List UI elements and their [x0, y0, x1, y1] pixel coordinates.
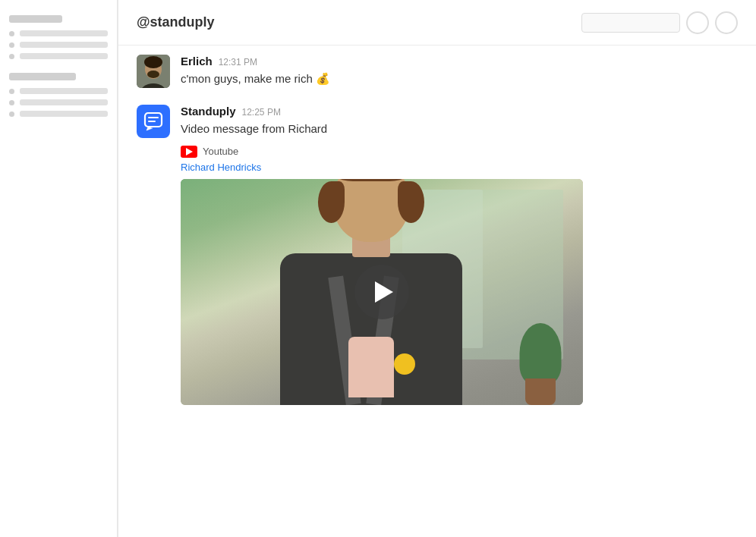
- message-header-erlich: Erlich 12:31 PM: [181, 55, 738, 68]
- plant-leaves: [519, 323, 561, 384]
- header-icon-1[interactable]: [686, 11, 709, 34]
- person-hair-side-right: [398, 181, 424, 223]
- person-shirt: [348, 337, 394, 397]
- sidebar-dot: [9, 111, 14, 117]
- sidebar-dot: [9, 31, 14, 36]
- list-item[interactable]: [9, 111, 108, 117]
- sidebar-section-title: [9, 15, 62, 23]
- message-sender: Erlich: [181, 55, 213, 68]
- message-text: c'mon guys, make me rich 💰: [181, 71, 738, 88]
- youtube-card: Youtube Richard Hendricks: [181, 146, 591, 405]
- avatar-erlich: [137, 55, 170, 88]
- sidebar-line: [20, 53, 108, 59]
- list-item[interactable]: [9, 42, 108, 48]
- channel-title: @standuply: [137, 14, 215, 30]
- youtube-thumbnail[interactable]: [181, 179, 583, 405]
- play-triangle-icon: [375, 281, 393, 303]
- avatar-standuply: [137, 105, 170, 138]
- sidebar-line: [20, 88, 108, 94]
- person-hair-side-left: [318, 181, 345, 223]
- youtube-play-icon: [186, 148, 193, 155]
- plant-pot: [525, 378, 556, 405]
- play-button[interactable]: [354, 265, 409, 319]
- sidebar-line: [20, 111, 108, 117]
- list-item[interactable]: [9, 53, 108, 59]
- avatar-image: [137, 55, 170, 88]
- chat-area: Erlich 12:31 PM c'mon guys, make me rich…: [118, 46, 756, 537]
- list-item[interactable]: [9, 99, 108, 105]
- sidebar-block-2: [9, 73, 108, 117]
- message-time: 12:31 PM: [219, 57, 257, 68]
- message-standuply: Standuply 12:25 PM Video message from Ri…: [137, 105, 738, 405]
- list-item[interactable]: [9, 30, 108, 36]
- message-header-standuply: Standuply 12:25 PM: [181, 105, 738, 118]
- sidebar-dot: [9, 54, 14, 59]
- header-icon-2[interactable]: [715, 11, 738, 34]
- svg-point-3: [144, 56, 162, 68]
- sidebar-dot: [9, 100, 14, 105]
- youtube-platform-label: Youtube: [203, 146, 238, 157]
- person-badge: [394, 353, 415, 375]
- header-controls: [581, 11, 738, 34]
- svg-point-4: [147, 71, 159, 78]
- youtube-channel-link[interactable]: Richard Hendricks: [181, 162, 591, 173]
- message-sender: Standuply: [181, 105, 236, 118]
- message-time: 12:25 PM: [242, 107, 281, 118]
- youtube-meta: Youtube: [181, 146, 591, 158]
- sidebar: [0, 0, 118, 537]
- sidebar-line: [20, 99, 108, 105]
- list-item[interactable]: [9, 88, 108, 94]
- plant-decoration: [518, 314, 563, 405]
- sidebar-dot: [9, 89, 14, 94]
- svg-rect-5: [145, 113, 162, 127]
- sidebar-section-title: [9, 73, 76, 80]
- sidebar-block-1: [9, 15, 108, 59]
- message-text: Video message from Richard: [181, 121, 738, 138]
- message-body-erlich: Erlich 12:31 PM c'mon guys, make me rich…: [181, 55, 738, 88]
- youtube-logo-icon: [181, 146, 197, 158]
- standuply-icon: [143, 111, 163, 131]
- sidebar-line: [20, 42, 108, 48]
- search-input[interactable]: [581, 13, 680, 33]
- main-panel: @standuply: [118, 0, 756, 537]
- message-body-standuply: Standuply 12:25 PM Video message from Ri…: [181, 105, 738, 405]
- header: @standuply: [118, 0, 756, 46]
- sidebar-dot: [9, 42, 14, 48]
- message-erlich: Erlich 12:31 PM c'mon guys, make me rich…: [137, 55, 738, 88]
- sidebar-line: [20, 30, 108, 36]
